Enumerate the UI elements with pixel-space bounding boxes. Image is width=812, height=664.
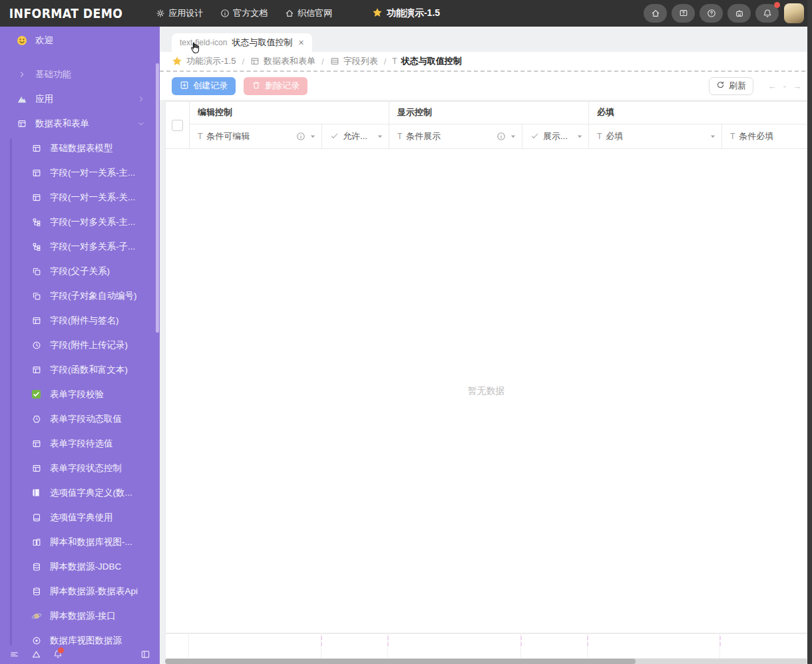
chevron-right-icon bbox=[137, 95, 145, 103]
footer-cell-0 bbox=[166, 634, 189, 658]
nav-item-2[interactable]: 织信官网 bbox=[285, 7, 332, 20]
breadcrumb: 功能演示-1.5/数据表和表单/字段列表/T状态与取值控制 bbox=[160, 52, 812, 72]
nav-item-0[interactable]: 应用设计 bbox=[156, 7, 203, 20]
column-header-0[interactable]: T条件可编辑 bbox=[190, 124, 322, 148]
sidebar-item-4[interactable]: 基础数据表模型 bbox=[0, 136, 160, 160]
breadcrumb-item-1[interactable]: 数据表和表单 bbox=[250, 55, 315, 67]
refresh-button[interactable]: 刷新 bbox=[709, 77, 753, 95]
close-icon[interactable]: × bbox=[298, 37, 304, 48]
sidebar-item-20[interactable]: 脚本和数据库视图-... bbox=[0, 530, 160, 554]
text-field-icon: T bbox=[397, 132, 402, 141]
sidebar-item-22[interactable]: 脚本数据源-数据表Api bbox=[0, 579, 160, 603]
breadcrumb-item-2[interactable]: 字段列表 bbox=[330, 55, 378, 67]
table-icon bbox=[31, 144, 42, 153]
database-icon bbox=[31, 587, 42, 596]
plus-square-icon bbox=[180, 81, 189, 92]
breadcrumb-item-0[interactable]: 功能演示-1.5 bbox=[172, 55, 236, 67]
toolbar: 创建记录 删除记录 刷新 ← - → bbox=[160, 72, 812, 100]
caret-down-icon bbox=[377, 133, 383, 140]
table-group-header-row: 编辑控制显示控制必填 bbox=[190, 102, 809, 124]
next-page-arrow[interactable]: → bbox=[793, 81, 801, 91]
nav-item-1[interactable]: 官方文档 bbox=[220, 7, 268, 20]
column-header-2[interactable]: T条件展示 bbox=[389, 124, 522, 148]
book-open-icon bbox=[31, 513, 42, 522]
triangle-icon[interactable] bbox=[31, 649, 41, 659]
sidebar-item-12[interactable]: 字段(附件上传记录) bbox=[0, 333, 160, 357]
main-area: text-field-icon 状态与取值控制 × 功能演示-1.5/数据表和表… bbox=[160, 27, 812, 664]
window-scrollbar-strip[interactable] bbox=[807, 0, 812, 664]
select-all-checkbox[interactable] bbox=[172, 120, 183, 131]
user-avatar[interactable] bbox=[784, 3, 804, 23]
column-header-3[interactable]: 展示... bbox=[522, 124, 589, 148]
delete-record-button[interactable]: 删除记录 bbox=[244, 77, 307, 95]
breadcrumb-item-3[interactable]: T状态与取值控制 bbox=[392, 55, 461, 67]
table-body: 暂无数据 bbox=[166, 149, 807, 633]
footer-cell-5 bbox=[588, 634, 721, 658]
column-group-2: 必填 bbox=[589, 102, 809, 124]
info-icon bbox=[497, 132, 506, 141]
trash-icon bbox=[252, 81, 261, 92]
menu-lines-icon[interactable] bbox=[9, 649, 19, 659]
timer-icon bbox=[31, 415, 42, 424]
bell-icon[interactable] bbox=[53, 649, 63, 659]
sidebar-item-23[interactable]: 脚本数据源-接口 bbox=[0, 603, 160, 628]
sidebar-item-0[interactable]: 欢迎 bbox=[0, 28, 160, 53]
table-icon bbox=[31, 316, 42, 325]
tab-status-value-control[interactable]: text-field-icon 状态与取值控制 × bbox=[172, 33, 312, 52]
top-header: INFORMAT DEMO 应用设计官方文档织信官网 功能演示-1.5 bbox=[0, 0, 812, 27]
table-column-header-row: T条件可编辑允许...T条件展示展示...T必填T条件必填 bbox=[190, 124, 809, 148]
footer-cell-3 bbox=[388, 634, 521, 658]
caret-down-icon bbox=[710, 133, 716, 140]
sidebar-item-17[interactable]: 表单字段状态控制 bbox=[0, 456, 160, 480]
sidebar-item-9[interactable]: 字段(父子关系) bbox=[0, 259, 160, 283]
sidebar-item-1[interactable]: 基础功能 bbox=[0, 62, 160, 86]
prev-page-arrow[interactable]: ← bbox=[768, 81, 777, 91]
app-root: INFORMAT DEMO 应用设计官方文档织信官网 功能演示-1.5 欢迎基础… bbox=[0, 0, 812, 664]
table-icon bbox=[31, 365, 42, 375]
sidebar-item-11[interactable]: 字段(附件与签名) bbox=[0, 308, 160, 333]
text-field-icon: T bbox=[198, 132, 202, 141]
sidebar-item-14[interactable]: 表单字段校验 bbox=[0, 382, 160, 407]
feedback-button[interactable] bbox=[672, 4, 695, 23]
column-header-1[interactable]: 允许... bbox=[322, 124, 389, 148]
column-header-4[interactable]: T必填 bbox=[589, 124, 722, 148]
table-icon bbox=[31, 168, 42, 178]
sidebar-item-19[interactable]: 选项值字典使用 bbox=[0, 505, 160, 530]
sidebar-item-21[interactable]: 脚本数据源-JDBC bbox=[0, 554, 160, 579]
horizontal-scrollbar-thumb[interactable] bbox=[165, 659, 636, 664]
sidebar-item-3[interactable]: 数据表和表单 bbox=[0, 111, 160, 136]
create-record-button[interactable]: 创建记录 bbox=[172, 77, 236, 95]
check-icon bbox=[330, 132, 339, 140]
sidebar-scrollbar[interactable] bbox=[156, 63, 159, 333]
caret-down-icon bbox=[576, 133, 583, 140]
history-icon bbox=[31, 341, 42, 350]
footer-cell-1 bbox=[189, 634, 321, 658]
table-header: 编辑控制显示控制必填 T条件可编辑允许...T条件展示展示...T必填T条件必填 bbox=[166, 102, 807, 149]
horizontal-scrollbar[interactable] bbox=[165, 659, 807, 664]
sidebar-item-8[interactable]: 字段(一对多关系-子... bbox=[0, 234, 160, 259]
copy-icon bbox=[31, 291, 42, 301]
page-indicator: - bbox=[783, 81, 786, 91]
sidebar-item-2[interactable]: 应用 bbox=[0, 86, 160, 111]
sidebar-indent-line bbox=[10, 138, 12, 645]
list-table-icon bbox=[330, 57, 339, 66]
data-table: 编辑控制显示控制必填 T条件可编辑允许...T条件展示展示...T必填T条件必填… bbox=[165, 101, 807, 633]
tree-icon bbox=[31, 242, 42, 251]
sidebar-item-13[interactable]: 字段(函数和富文本) bbox=[0, 357, 160, 382]
app-logo[interactable]: INFORMAT DEMO bbox=[0, 5, 134, 21]
sidebar-item-18[interactable]: 选项值字典定义(数... bbox=[0, 480, 160, 505]
sidebar-item-5[interactable]: 字段(一对一关系-主... bbox=[0, 160, 160, 185]
robot-button[interactable] bbox=[727, 4, 751, 23]
sidebar-item-16[interactable]: 表单字段待选值 bbox=[0, 431, 160, 456]
tab-bar: text-field-icon 状态与取值控制 × bbox=[160, 27, 812, 52]
home-button[interactable] bbox=[644, 4, 667, 23]
sidebar-item-6[interactable]: 字段(一对一关系-关... bbox=[0, 185, 160, 210]
bell-button[interactable] bbox=[755, 4, 779, 23]
sidebar-item-7[interactable]: 字段(一对多关系-主... bbox=[0, 210, 160, 234]
footer-cell-4 bbox=[521, 634, 588, 658]
panel-icon[interactable] bbox=[140, 649, 150, 659]
column-header-5[interactable]: T条件必填 bbox=[722, 124, 809, 148]
sidebar-item-10[interactable]: 字段(子对象自动编号) bbox=[0, 283, 160, 308]
help-button[interactable] bbox=[700, 4, 723, 23]
sidebar-item-15[interactable]: 表单字段动态取值 bbox=[0, 407, 160, 431]
